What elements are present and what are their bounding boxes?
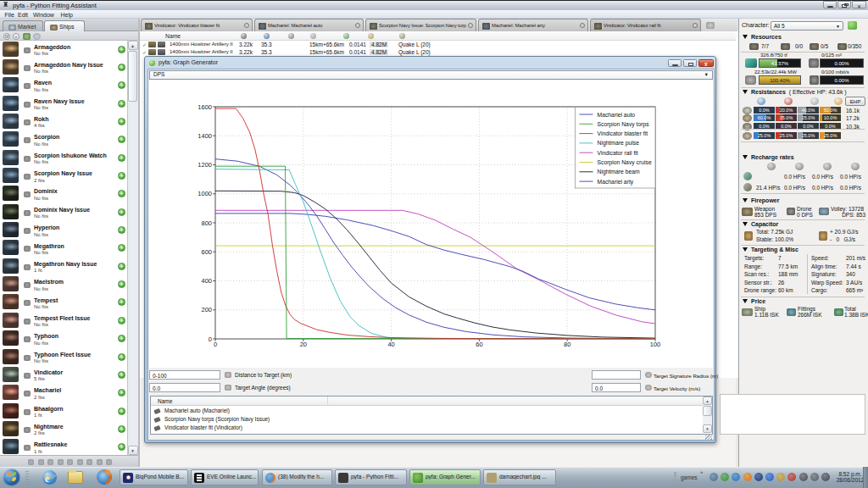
svg-text:400: 400: [201, 277, 212, 285]
svg-text:60: 60: [476, 341, 482, 348]
svg-text:0: 0: [214, 341, 217, 348]
svg-text:80: 80: [564, 341, 570, 348]
svg-text:1600: 1600: [198, 103, 212, 111]
svg-text:Vindicator blaster fit: Vindicator blaster fit: [598, 130, 648, 136]
svg-text:Scorpion Navy torps: Scorpion Navy torps: [598, 121, 650, 128]
svg-text:0: 0: [209, 336, 212, 343]
svg-text:1200: 1200: [198, 161, 212, 169]
svg-text:100: 100: [650, 341, 661, 348]
svg-text:Nightmare pulse: Nightmare pulse: [598, 140, 640, 147]
svg-text:40: 40: [387, 341, 394, 348]
svg-text:20: 20: [300, 341, 307, 348]
svg-text:Vindicator rail fit: Vindicator rail fit: [598, 150, 638, 156]
svg-text:Scorpion Navy cruise: Scorpion Navy cruise: [598, 159, 652, 166]
svg-text:Machariel arty: Machariel arty: [598, 179, 634, 186]
svg-text:1000: 1000: [198, 190, 212, 197]
svg-text:Nightmare beam: Nightmare beam: [598, 169, 641, 175]
svg-text:200: 200: [201, 306, 212, 313]
svg-text:800: 800: [201, 219, 212, 227]
svg-text:Machariel auto: Machariel auto: [598, 112, 636, 118]
svg-text:600: 600: [201, 248, 212, 256]
svg-text:1400: 1400: [198, 132, 212, 140]
